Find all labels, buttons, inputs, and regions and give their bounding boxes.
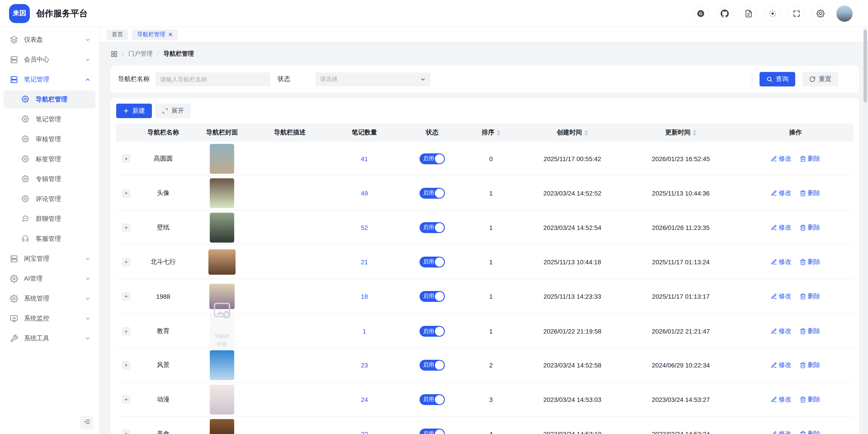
edit-button[interactable]: 修改: [771, 189, 792, 197]
status-toggle[interactable]: 启用: [420, 394, 445, 405]
grid-icon[interactable]: [111, 51, 118, 57]
name-filter-input[interactable]: [156, 72, 270, 86]
github-icon[interactable]: [717, 5, 733, 22]
note-count-link[interactable]: 49: [361, 190, 368, 197]
close-icon[interactable]: ✕: [168, 32, 173, 37]
sidebar-subitem-客服管理[interactable]: 客服管理: [4, 230, 95, 248]
row-expand-button[interactable]: +: [122, 223, 130, 231]
edit-button[interactable]: 修改: [771, 361, 792, 369]
row-expand-button[interactable]: +: [122, 154, 130, 163]
sidebar-item-笔记管理[interactable]: 笔记管理: [4, 70, 95, 89]
delete-button[interactable]: 删除: [800, 258, 820, 266]
sidebar-subitem-导航栏管理[interactable]: 导航栏管理: [4, 90, 95, 109]
breadcrumb-item[interactable]: 门户管理: [128, 50, 153, 58]
sidebar-item-AI管理[interactable]: AI管理: [4, 270, 95, 288]
row-expand-button[interactable]: +: [122, 258, 130, 266]
edit-button[interactable]: 修改: [771, 154, 792, 163]
sidebar-item-系统工具[interactable]: 系统工具: [4, 329, 95, 348]
note-count-link[interactable]: 41: [361, 155, 368, 162]
sidebar-subitem-群聊管理[interactable]: 群聊管理: [4, 210, 95, 228]
note-count-link[interactable]: 24: [361, 396, 368, 403]
status-toggle[interactable]: 启用: [420, 153, 445, 164]
edit-button[interactable]: 修改: [771, 292, 792, 300]
sidebar-subitem-专辑管理[interactable]: 专辑管理: [4, 170, 95, 188]
gitee-icon[interactable]: G: [692, 5, 709, 22]
sort-icons[interactable]: [496, 129, 500, 136]
delete-button[interactable]: 删除: [800, 223, 820, 231]
row-expand-button[interactable]: +: [122, 292, 130, 300]
edit-button[interactable]: 修改: [771, 395, 792, 403]
row-expand-button[interactable]: +: [122, 189, 130, 197]
sidebar-subitem-标签管理[interactable]: 标签管理: [4, 150, 95, 168]
delete-button[interactable]: 删除: [800, 361, 820, 369]
status-toggle[interactable]: 启用: [420, 256, 445, 267]
row-expand-button[interactable]: +: [122, 327, 130, 335]
sidebar-item-系统管理[interactable]: 系统管理: [4, 290, 95, 308]
sidebar-subitem-笔记管理[interactable]: 笔记管理: [4, 110, 95, 128]
expand-all-button[interactable]: 展开: [155, 104, 191, 118]
delete-button[interactable]: 删除: [800, 430, 820, 434]
note-count-link[interactable]: 21: [361, 258, 368, 265]
edit-icon: [771, 293, 777, 299]
fullscreen-icon[interactable]: [788, 5, 805, 22]
note-count-link[interactable]: 22: [361, 430, 368, 434]
tab-首页[interactable]: 首页: [107, 29, 128, 40]
note-count-link[interactable]: 52: [361, 224, 368, 231]
row-expand-button[interactable]: +: [122, 395, 130, 403]
reset-button[interactable]: 重置: [802, 72, 838, 86]
sidebar-collapse-button[interactable]: [80, 416, 94, 430]
delete-button[interactable]: 删除: [800, 292, 820, 300]
row-expand-button[interactable]: +: [122, 361, 130, 369]
status-toggle[interactable]: 启用: [420, 291, 445, 301]
cover-image-broken[interactable]: 导航栏封面: [210, 314, 234, 349]
cover-image[interactable]: [210, 350, 234, 380]
sort-icons[interactable]: [692, 129, 696, 136]
settings-icon[interactable]: [812, 5, 829, 22]
sidebar-item-会员中心[interactable]: 会员中心: [4, 51, 95, 69]
edit-button[interactable]: 修改: [771, 430, 792, 434]
user-avatar[interactable]: [836, 5, 852, 22]
brightness-icon[interactable]: [765, 5, 781, 22]
delete-button[interactable]: 删除: [800, 395, 820, 403]
sidebar-subitem-评论管理[interactable]: 评论管理: [4, 190, 95, 208]
sidebar-item-系统监控[interactable]: 系统监控: [4, 310, 95, 328]
cover-image[interactable]: [210, 178, 234, 208]
tab-导航栏管理[interactable]: 导航栏管理 ✕: [132, 29, 178, 40]
delete-button[interactable]: 删除: [800, 154, 820, 163]
status-toggle[interactable]: 启用: [420, 428, 445, 434]
cover-image[interactable]: [210, 419, 234, 434]
edit-button[interactable]: 修改: [771, 223, 792, 231]
sidebar-item-仪表盘[interactable]: 仪表盘: [4, 31, 95, 49]
status-toggle[interactable]: 启用: [420, 187, 445, 198]
column-header-更新时间[interactable]: 更新时间: [624, 128, 737, 137]
caret-up-icon: [496, 129, 500, 133]
edit-button[interactable]: 修改: [771, 258, 792, 266]
delete-button[interactable]: 删除: [800, 327, 820, 335]
cover-image[interactable]: [210, 384, 234, 414]
note-count-link[interactable]: 1: [363, 328, 366, 335]
document-icon[interactable]: [741, 5, 757, 22]
scrollbar-thumb[interactable]: [864, 30, 867, 102]
cover-image[interactable]: [209, 249, 236, 274]
create-button[interactable]: 新建: [116, 104, 152, 118]
sort-icons[interactable]: [584, 129, 588, 136]
page-scrollbar[interactable]: [864, 27, 867, 434]
app-logo[interactable]: 来因: [9, 4, 30, 23]
note-count-link[interactable]: 18: [361, 293, 368, 300]
column-header-排序[interactable]: 排序: [462, 128, 520, 137]
column-header-创建时间[interactable]: 创建时间: [520, 128, 624, 137]
note-count-link[interactable]: 23: [361, 361, 368, 369]
delete-button[interactable]: 删除: [800, 189, 820, 197]
status-toggle[interactable]: 启用: [420, 326, 445, 337]
edit-button[interactable]: 修改: [771, 327, 792, 335]
row-expand-button[interactable]: +: [122, 430, 130, 434]
cover-image[interactable]: [210, 212, 234, 242]
cover-image[interactable]: [210, 144, 234, 174]
app-title: 创作服务平台: [36, 7, 88, 19]
status-toggle[interactable]: 启用: [420, 359, 445, 370]
status-toggle[interactable]: 启用: [420, 222, 445, 233]
sidebar-item-闲宝管理[interactable]: 闲宝管理: [4, 250, 95, 268]
search-button[interactable]: 查询: [760, 72, 795, 86]
sidebar-subitem-审核管理[interactable]: 审核管理: [4, 131, 95, 148]
status-filter-select[interactable]: 请选择: [315, 72, 430, 86]
